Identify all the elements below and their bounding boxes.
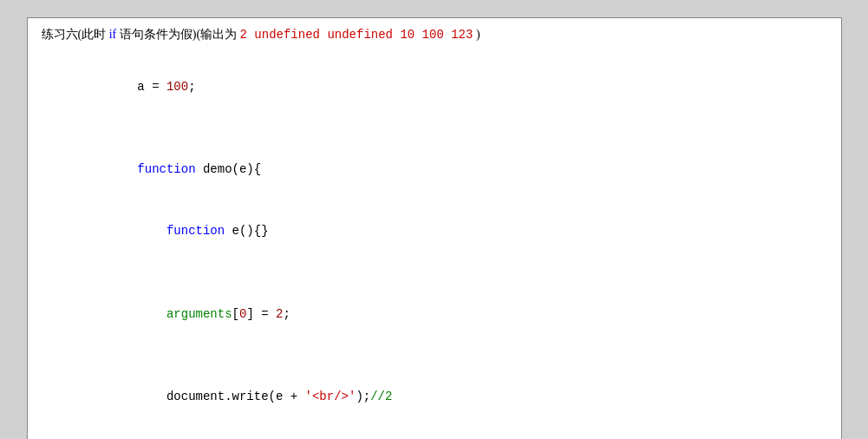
code-line-1: a = 100;	[50, 56, 827, 118]
code-content: a = 100; function demo(e){ function e(){…	[42, 56, 827, 439]
title-middle: 语句条件为假)(输出为	[120, 28, 237, 41]
code-line-4: function e(){}	[50, 201, 827, 263]
code-line-8: document.write(e + '<br/>');//2	[50, 366, 827, 428]
title-output: 2 undefined undefined 10 100 123	[240, 28, 473, 42]
title-keyword-if: if	[109, 28, 117, 41]
code-line-blank3	[50, 345, 827, 366]
code-line-blank1	[50, 118, 827, 139]
code-line-blank2	[50, 263, 827, 284]
code-line-blank4	[50, 428, 827, 439]
title-prefix: 练习六(此时	[42, 28, 107, 41]
title-bar: 练习六(此时 if 语句条件为假)(输出为 2 undefined undefi…	[42, 27, 827, 46]
code-line-3: function demo(e){	[50, 139, 827, 200]
title-suffix: )	[476, 28, 480, 41]
code-box: 练习六(此时 if 语句条件为假)(输出为 2 undefined undefi…	[27, 17, 842, 439]
outer-container: 练习六(此时 if 语句条件为假)(输出为 2 undefined undefi…	[18, 9, 851, 439]
code-line-6: arguments[0] = 2;	[50, 284, 827, 345]
